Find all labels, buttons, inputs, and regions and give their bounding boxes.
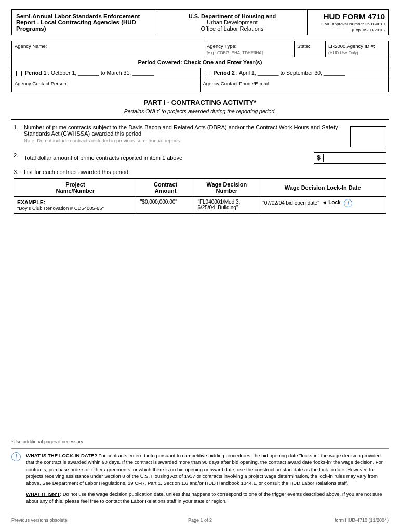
item3-num: 3. [14, 169, 24, 175]
lock-text: ◄ Lock [322, 200, 340, 205]
lr2000-cell: LR2000 Agency ID #: (HUD Use Only) [326, 41, 388, 57]
contact-person-cell: Agency Contact Person: [12, 78, 201, 92]
info-text-1: WHAT IS THE LOCK-IN DATE? For contracts … [26, 452, 389, 486]
info-colon: : [60, 491, 61, 497]
period2-detail: : April 1, _______ to September 30, ____… [236, 70, 345, 76]
agency-type-hint: [e.g.: CDBG, PHA, TDHE/IHA] [207, 50, 263, 55]
dollar-input[interactable] [324, 153, 386, 163]
info-text-2: WHAT IT ISN'T: Do not use the wage decis… [26, 490, 389, 504]
report-title: Semi-Annual Labor Standards Enforcement … [16, 13, 140, 32]
omb-line2: (Exp. 09/30/2010) [311, 28, 385, 32]
period-title: Period Covered: Check One and Enter Year… [138, 59, 262, 65]
agency-row: Agency Name: Agency Type: [e.g.: CDBG, P… [11, 41, 389, 57]
item1-num: 1. [14, 124, 24, 147]
example-project: "Boy's Club Renovation # CD54005-65" [17, 205, 134, 211]
item1-answer-box[interactable] [350, 126, 386, 147]
lr2000-hint: (HUD Use Only) [328, 50, 358, 55]
period-title-row: Period Covered: Check One and Enter Year… [11, 57, 389, 68]
example-date: "07/02/04 bid open date" [262, 200, 319, 205]
period2-checkbox[interactable] [205, 71, 210, 76]
col-lockin: Wage Decision Lock-In Date [259, 178, 386, 196]
info-para-2: WHAT IT ISN'T: Do not use the wage decis… [11, 490, 389, 504]
dept-line2: Urban Development [162, 19, 303, 25]
table-header-row: ProjectName/Number ContractAmount Wage D… [14, 178, 386, 196]
item2-content: Total dollar amount of prime contracts r… [24, 152, 309, 164]
state-label: State: [297, 43, 310, 49]
form-header: Semi-Annual Labor Standards Enforcement … [11, 9, 389, 35]
example-amount-cell: "$0,000,000.00" [137, 196, 194, 213]
dept-line3: Office of Labor Relations [162, 25, 303, 32]
divider [11, 119, 389, 120]
period1-label: Period 1 [25, 70, 46, 76]
agency-type-label: Agency Type: [207, 43, 236, 49]
col-wage: Wage DecisionNumber [194, 178, 259, 196]
example-label: EXAMPLE: [17, 199, 134, 205]
item1-text: Number of prime contracts subject to the… [24, 124, 345, 137]
footer-left: Previous versions obsolete [11, 517, 137, 523]
contact-phone-label: Agency Contact Phone/E-mail: [203, 81, 270, 86]
contact-person-label: Agency Contact Person: [15, 81, 68, 86]
part1-title: PART I - CONTRACTING ACTIVITY* [11, 99, 389, 107]
header-right: HUD FORM 4710 OMB Approval Number 2501-0… [308, 10, 388, 35]
footer-center: Page 1 of 2 [137, 517, 263, 523]
agency-name-label: Agency Name: [15, 43, 47, 49]
item2-text: Total dollar amount of prime contracts r… [24, 155, 182, 161]
item2-row: 2. Total dollar amount of prime contract… [11, 152, 389, 164]
info-para-1: i WHAT IS THE LOCK-IN DATE? For contract… [11, 452, 389, 486]
header-left: Semi-Annual Labor Standards Enforcement … [12, 10, 157, 35]
period-options-row: Period 1 : October 1, _______ to March 3… [11, 68, 389, 78]
item1-note: Note: Do not include contracts included … [24, 138, 345, 143]
state-cell: State: [295, 41, 326, 57]
period2-label: Period 2 [213, 70, 234, 76]
example-wage: "FL040001/Mod 3,6/25/04, Building" [197, 199, 240, 210]
dept-line1: U.S. Department of Housing and [162, 13, 303, 19]
agency-name-cell: Agency Name: [12, 41, 204, 57]
info-heading-1: WHAT IS THE LOCK-IN DATE? [26, 453, 97, 458]
period1-checkbox[interactable] [16, 71, 22, 76]
item1-row: 1. Number of prime contracts subject to … [11, 124, 389, 147]
example-project-cell: EXAMPLE: "Boy's Club Renovation # CD5400… [14, 196, 137, 213]
info-heading-2: WHAT IT ISN'T [26, 491, 60, 497]
info-icon-1: i [11, 452, 23, 461]
period2-option: Period 2 : April 1, _______ to September… [201, 68, 389, 78]
agency-type-cell: Agency Type: [e.g.: CDBG, PHA, TDHE/IHA] [204, 41, 295, 57]
period1-detail: : October 1, _______ to March 31, ______… [48, 70, 154, 76]
period1-option: Period 1 : October 1, _______ to March 3… [12, 68, 201, 78]
header-center: U.S. Department of Housing and Urban Dev… [157, 10, 308, 35]
example-amount: "$0,000,000.00" [140, 199, 177, 205]
info-section: i WHAT IS THE LOCK-IN DATE? For contract… [11, 448, 389, 509]
part1-subtitle: Pertains ONLY to projects awarded during… [11, 108, 389, 114]
contracts-table: ProjectName/Number ContractAmount Wage D… [14, 178, 386, 214]
col-amount: ContractAmount [137, 178, 194, 196]
example-wage-cell: "FL040001/Mod 3,6/25/04, Building" [194, 196, 259, 213]
footer-right: form HUD-4710 (11/2004) [263, 517, 389, 523]
item2-num: 2. [14, 152, 24, 164]
info-body-2: Do not use the wage decision publication… [26, 491, 382, 503]
lr2000-label: LR2000 Agency ID #: [328, 43, 375, 49]
item3-text: List for each contract awarded this peri… [24, 169, 386, 175]
table-row: EXAMPLE: "Boy's Club Renovation # CD5400… [14, 196, 386, 213]
part1-subtitle-text: Pertains ONLY to projects awarded during… [124, 108, 276, 114]
omb-line1: OMB Approval Number 2501-0019 [311, 22, 385, 26]
page-footer: Previous versions obsolete Page 1 of 2 f… [11, 515, 389, 523]
footer-note: *Use additional pages if necessary [11, 433, 389, 444]
example-date-cell: "07/02/04 bid open date" ◄ Lock i [259, 196, 386, 213]
item3-header: 3. List for each contract awarded this p… [14, 169, 386, 175]
item1-content: Number of prime contracts subject to the… [24, 124, 345, 147]
dollar-box: $ [314, 152, 386, 164]
form-number: HUD FORM 4710 [311, 12, 385, 21]
dollar-sign: $ [314, 154, 324, 162]
item3-row: 3. List for each contract awarded this p… [11, 169, 389, 214]
lock-info-icon[interactable]: i [344, 199, 352, 207]
info-circle-icon-1: i [11, 452, 21, 461]
contact-row: Agency Contact Person: Agency Contact Ph… [11, 78, 389, 92]
contact-phone-cell: Agency Contact Phone/E-mail: [201, 78, 389, 92]
col-project: ProjectName/Number [14, 178, 137, 196]
